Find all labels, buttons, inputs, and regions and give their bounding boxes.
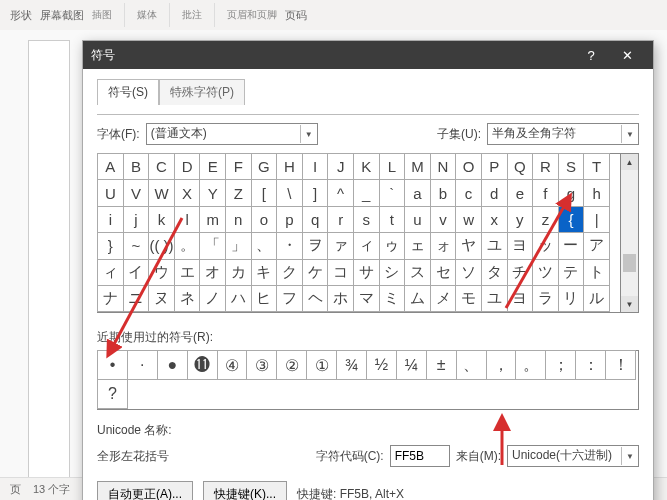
- ribbon-screenshot[interactable]: 屏幕截图: [40, 8, 84, 23]
- ribbon-media: 媒体: [137, 8, 157, 22]
- ribbon-header: 页眉和页脚: [227, 8, 277, 22]
- ribbon-group-insert: 插图: [92, 8, 112, 22]
- ribbon-pagenum[interactable]: 页码: [285, 8, 307, 23]
- ribbon-comment: 批注: [182, 8, 202, 22]
- ribbon-shapes[interactable]: 形状: [10, 8, 32, 23]
- ribbon: 形状 屏幕截图 插图 媒体 批注 页眉和页脚 页码: [0, 0, 667, 30]
